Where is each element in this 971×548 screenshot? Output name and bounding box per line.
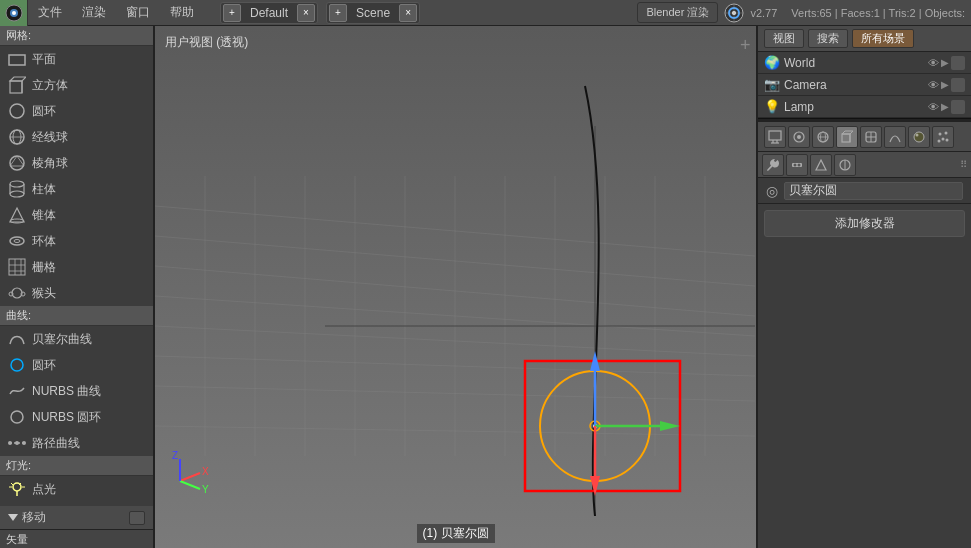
svg-point-2 bbox=[12, 11, 16, 15]
svg-rect-8 bbox=[9, 55, 25, 65]
lamp-icon: 💡 bbox=[764, 99, 780, 114]
render-engine-selector[interactable]: Blender 渲染 bbox=[637, 2, 718, 23]
cube-icon bbox=[6, 75, 28, 95]
lamp-eye[interactable]: 👁 bbox=[928, 101, 939, 113]
properties-icons-bar bbox=[758, 122, 971, 152]
svg-point-88 bbox=[914, 132, 924, 142]
prop-world-icon-btn[interactable] bbox=[812, 126, 834, 148]
sidebar-item-monkey[interactable]: 猴头 bbox=[0, 280, 153, 306]
menu-bar: 文件 渲染 窗口 帮助 bbox=[28, 0, 204, 25]
cone-icon bbox=[6, 205, 28, 225]
world-arrow[interactable]: ▶ bbox=[941, 57, 949, 68]
svg-point-18 bbox=[10, 181, 24, 187]
camera-render[interactable] bbox=[951, 78, 965, 92]
svg-point-91 bbox=[945, 131, 948, 134]
prop-object-icon-btn[interactable] bbox=[836, 126, 858, 148]
outliner-item-lamp[interactable]: 💡 Lamp 👁 ▶ bbox=[758, 96, 971, 118]
sidebar-item-cone[interactable]: 锥体 bbox=[0, 202, 153, 228]
sidebar-item-nurbs-circle[interactable]: NURBS 圆环 bbox=[0, 404, 153, 430]
svg-text:X: X bbox=[202, 466, 209, 477]
svg-point-93 bbox=[938, 139, 941, 142]
sidebar-item-point-lamp[interactable]: 点光 bbox=[0, 476, 153, 502]
menu-file[interactable]: 文件 bbox=[28, 0, 72, 25]
prop-particles-icon-btn[interactable] bbox=[932, 126, 954, 148]
svg-rect-45 bbox=[155, 26, 756, 548]
modifier-icon-btn3[interactable] bbox=[810, 154, 832, 176]
modifier-icon-btn4[interactable] bbox=[834, 154, 856, 176]
sidebar-item-curve-circle[interactable]: 圆环 bbox=[0, 352, 153, 378]
sidebar-item-torus[interactable]: 环体 bbox=[0, 228, 153, 254]
lamp-arrow[interactable]: ▶ bbox=[941, 101, 949, 112]
viewport-label: 用户视图 (透视) bbox=[165, 34, 248, 51]
menu-help[interactable]: 帮助 bbox=[160, 0, 204, 25]
layout-tab-add[interactable]: + bbox=[223, 4, 241, 22]
viewport-add-btn[interactable]: + bbox=[740, 35, 751, 55]
camera-icon: 📷 bbox=[764, 77, 780, 92]
version-label: v2.77 bbox=[750, 7, 777, 19]
all-scenes-btn[interactable]: 所有场景 bbox=[852, 29, 914, 48]
svg-point-96 bbox=[794, 163, 797, 166]
search-btn[interactable]: 搜索 bbox=[808, 29, 848, 48]
curve-circle-icon bbox=[6, 355, 28, 375]
lamp-render[interactable] bbox=[951, 100, 965, 114]
monkey-icon bbox=[6, 283, 28, 303]
sidebar-item-cube[interactable]: 立方体 bbox=[0, 72, 153, 98]
svg-marker-83 bbox=[842, 131, 853, 134]
circle-icon bbox=[6, 101, 28, 121]
spanner-icon-btn[interactable] bbox=[762, 154, 784, 176]
object-name-input[interactable] bbox=[784, 182, 963, 200]
menu-render[interactable]: 渲染 bbox=[72, 0, 116, 25]
viewport[interactable]: 用户视图 (透视) bbox=[155, 26, 756, 548]
add-modifier-btn[interactable]: 添加修改器 bbox=[764, 210, 965, 237]
svg-point-36 bbox=[8, 441, 12, 445]
outliner-header: 视图 搜索 所有场景 bbox=[758, 26, 971, 52]
prop-material-icon-btn[interactable] bbox=[908, 126, 930, 148]
prop-data-icon-btn[interactable] bbox=[884, 126, 906, 148]
move-section-header: 移动 bbox=[0, 506, 153, 530]
sidebar-item-cylinder[interactable]: 柱体 bbox=[0, 176, 153, 202]
modifier-icon-btn2[interactable] bbox=[786, 154, 808, 176]
sidebar-item-icosphere[interactable]: 棱角球 bbox=[0, 150, 153, 176]
sidebar-item-plane[interactable]: 平面 bbox=[0, 46, 153, 72]
svg-text:Y: Y bbox=[202, 484, 209, 495]
svg-line-43 bbox=[11, 483, 13, 485]
lamp-controls: 👁 ▶ bbox=[928, 100, 965, 114]
svg-point-31 bbox=[12, 288, 22, 298]
world-controls: 👁 ▶ bbox=[928, 56, 965, 70]
uvsphere-icon bbox=[6, 127, 28, 147]
sidebar-item-grid[interactable]: 栅格 bbox=[0, 254, 153, 280]
world-eye[interactable]: 👁 bbox=[928, 57, 939, 69]
outliner-item-world[interactable]: 🌍 World 👁 ▶ bbox=[758, 52, 971, 74]
viewport-status: (1) 贝塞尔圆 bbox=[417, 524, 495, 543]
scene-tab-close[interactable]: × bbox=[399, 4, 417, 22]
sidebar-item-nurbs-curve[interactable]: NURBS 曲线 bbox=[0, 378, 153, 404]
svg-point-24 bbox=[10, 237, 24, 245]
svg-point-12 bbox=[10, 104, 24, 118]
scene-tab-add[interactable]: + bbox=[329, 4, 347, 22]
viewport-scene: X Y Z + bbox=[155, 26, 756, 548]
sidebar-item-circle[interactable]: 圆环 bbox=[0, 98, 153, 124]
camera-arrow[interactable]: ▶ bbox=[941, 79, 949, 90]
prop-render-icon-btn[interactable] bbox=[764, 126, 786, 148]
move-options-btn[interactable] bbox=[129, 511, 145, 525]
sidebar-item-path-curve[interactable]: 路径曲线 bbox=[0, 430, 153, 456]
camera-eye[interactable]: 👁 bbox=[928, 79, 939, 91]
curve-section-header: 曲线: bbox=[0, 306, 153, 326]
layout-tab-close[interactable]: × bbox=[297, 4, 315, 22]
svg-point-38 bbox=[22, 441, 26, 445]
modifier-bar-handle[interactable]: ⠿ bbox=[960, 159, 967, 170]
view-btn[interactable]: 视图 bbox=[764, 29, 804, 48]
svg-text:Z: Z bbox=[172, 450, 178, 461]
prop-constraints-icon-btn[interactable] bbox=[860, 126, 882, 148]
menu-window[interactable]: 窗口 bbox=[116, 0, 160, 25]
outliner-item-camera[interactable]: 📷 Camera 👁 ▶ bbox=[758, 74, 971, 96]
sidebar-item-bezier-curve[interactable]: 贝塞尔曲线 bbox=[0, 326, 153, 352]
sidebar-item-uvsphere[interactable]: 经线球 bbox=[0, 124, 153, 150]
object-type-icon: ◎ bbox=[766, 183, 778, 199]
svg-marker-10 bbox=[10, 77, 26, 81]
world-render[interactable] bbox=[951, 56, 965, 70]
bezier-curve-icon bbox=[6, 329, 28, 349]
icosphere-icon bbox=[6, 153, 28, 173]
prop-scene-icon-btn[interactable] bbox=[788, 126, 810, 148]
camera-controls: 👁 ▶ bbox=[928, 78, 965, 92]
